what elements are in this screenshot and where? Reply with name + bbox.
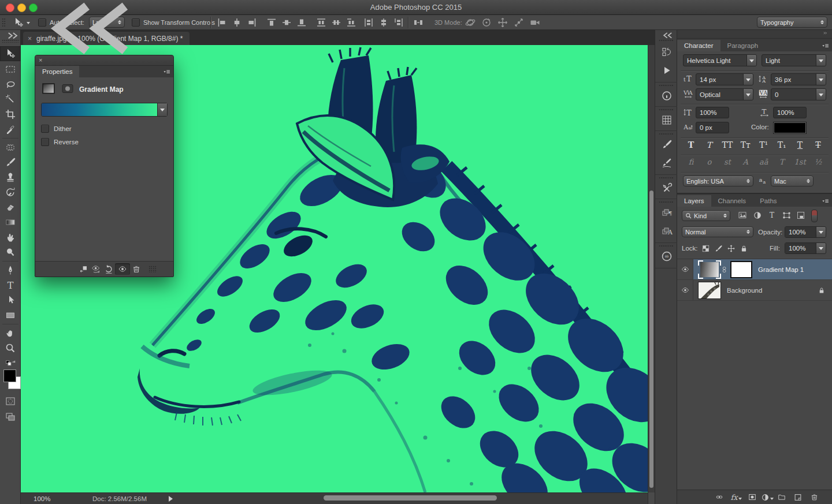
superscript-button[interactable]: T¹: [757, 140, 771, 150]
vertical-scale-field[interactable]: 100%: [696, 107, 729, 118]
filter-shape-icon[interactable]: [780, 210, 793, 221]
gradient-preview[interactable]: [42, 103, 157, 116]
zoom-level[interactable]: 100%: [34, 495, 50, 502]
tab-character[interactable]: Character: [677, 40, 720, 51]
character-styles-icon[interactable]: A: [659, 223, 674, 239]
distribute-top-edges-button[interactable]: [314, 16, 328, 29]
collapse-dock-icon[interactable]: [820, 32, 830, 37]
discretionary-ligatures-button[interactable]: st: [720, 158, 734, 166]
align-vertical-centers-button[interactable]: [280, 16, 294, 29]
hand-tool[interactable]: [0, 326, 21, 341]
titling-alternates-button[interactable]: T: [775, 158, 789, 166]
subscript-button[interactable]: T₁: [775, 140, 789, 150]
layer-filter-dropdown[interactable]: Kind: [682, 210, 730, 221]
dodge-tool[interactable]: [0, 245, 21, 260]
rotate-3d-icon[interactable]: [463, 16, 477, 29]
baseline-shift-field[interactable]: 0 px: [696, 122, 729, 133]
ordinals-button[interactable]: 1st: [793, 158, 807, 166]
tab-paths[interactable]: Paths: [753, 195, 783, 207]
all-caps-button[interactable]: TT: [720, 140, 734, 150]
layer-thumbnail[interactable]: [698, 282, 721, 299]
eyedropper-tool[interactable]: [0, 122, 21, 137]
horizontal-scale-field[interactable]: 100%: [773, 107, 807, 118]
gradient-picker[interactable]: [41, 103, 168, 117]
fill-field[interactable]: 100%: [785, 242, 826, 254]
faux-italic-button[interactable]: T: [702, 140, 716, 150]
align-bottom-edges-button[interactable]: [295, 16, 309, 29]
foreground-color-swatch[interactable]: [3, 369, 16, 382]
new-layer-icon[interactable]: [792, 491, 804, 503]
clone-stamp-tool[interactable]: [0, 170, 21, 185]
properties-panel-header[interactable]: ×: [35, 55, 173, 66]
tab-channels[interactable]: Channels: [711, 195, 753, 207]
screen-mode-button[interactable]: [0, 409, 21, 424]
opacity-field[interactable]: 100%: [785, 226, 826, 238]
text-color-swatch[interactable]: [773, 122, 807, 134]
marquee-tool[interactable]: [0, 62, 21, 77]
dock-grip[interactable]: [659, 245, 674, 248]
delete-layer-icon[interactable]: [808, 491, 820, 503]
resize-grip[interactable]: [148, 266, 157, 272]
gradient-dropdown-icon[interactable]: [157, 103, 167, 116]
align-right-edges-button[interactable]: [245, 16, 259, 29]
dock-grip[interactable]: [659, 133, 674, 136]
lock-position-icon[interactable]: [725, 243, 737, 253]
view-previous-state-icon[interactable]: [90, 263, 102, 275]
options-bar-grip[interactable]: [2, 18, 6, 27]
kerning-dropdown[interactable]: Optical: [696, 88, 753, 100]
swash-button[interactable]: A: [738, 158, 752, 166]
lock-paint-icon[interactable]: [712, 243, 725, 253]
info-icon[interactable]: [659, 88, 674, 104]
align-left-edges-button[interactable]: [215, 16, 229, 29]
distribute-right-edges-button[interactable]: [392, 16, 406, 29]
layer-mask-thumbnail[interactable]: [730, 261, 752, 278]
panel-menu-icon[interactable]: [161, 68, 173, 77]
roll-3d-icon[interactable]: [480, 16, 493, 29]
link-layers-icon[interactable]: [713, 491, 726, 503]
filter-type-icon[interactable]: T: [766, 210, 778, 221]
crop-tool[interactable]: [0, 107, 21, 122]
distribute-left-edges-button[interactable]: [362, 16, 376, 29]
font-style-dropdown[interactable]: Light: [762, 54, 826, 66]
fractions-button[interactable]: ½: [811, 158, 825, 166]
history-brush-tool[interactable]: [0, 185, 21, 200]
vertical-scrollbar[interactable]: [648, 45, 655, 492]
export-status-icon[interactable]: [61, 494, 235, 504]
workspace-dropdown[interactable]: Typography: [757, 17, 827, 28]
brush-tool[interactable]: [0, 155, 21, 170]
layer-row-gradient-map[interactable]: Gradient Map 1: [677, 259, 832, 280]
font-size-dropdown[interactable]: 14 px: [696, 73, 753, 85]
tool-preset-caret-icon[interactable]: [27, 22, 30, 26]
libraries-icon[interactable]: ∞: [659, 248, 674, 264]
mask-link-icon[interactable]: [722, 264, 729, 275]
font-family-dropdown[interactable]: Helvetica Light: [683, 54, 757, 66]
align-horizontal-centers-button[interactable]: [230, 16, 244, 29]
type-tool[interactable]: T: [0, 278, 21, 293]
lock-transparency-icon[interactable]: [699, 243, 712, 253]
leading-dropdown[interactable]: 36 px: [771, 73, 826, 85]
underline-button[interactable]: T: [793, 140, 807, 150]
adjustment-layer-icon[interactable]: [761, 491, 774, 503]
layer-group-icon[interactable]: [775, 491, 788, 503]
tracking-dropdown[interactable]: 0: [771, 88, 826, 100]
tab-properties[interactable]: Properties: [35, 66, 79, 77]
doc-size-status[interactable]: Doc: 2.56M/2.56M: [92, 495, 147, 502]
tool-presets-icon[interactable]: [659, 180, 674, 196]
eraser-tool[interactable]: [0, 200, 21, 215]
magic-wand-tool[interactable]: [0, 92, 21, 107]
camera-3d-icon[interactable]: [528, 16, 542, 29]
healing-tool[interactable]: [0, 140, 21, 155]
smudge-tool[interactable]: [0, 230, 21, 245]
distribute-bottom-edges-button[interactable]: [344, 16, 358, 29]
paragraph-styles-icon[interactable]: ¶: [659, 204, 674, 221]
layer-style-icon[interactable]: fx: [730, 491, 742, 503]
filter-adjustment-icon[interactable]: [751, 210, 764, 221]
language-dropdown[interactable]: English: USA: [683, 176, 753, 186]
layer-visibility-toggle[interactable]: [677, 280, 693, 300]
align-top-edges-button[interactable]: [265, 16, 278, 29]
layer-mask-icon[interactable]: [746, 491, 759, 503]
move-tool-icon[interactable]: [12, 16, 25, 29]
distribute-spacing-button[interactable]: [411, 16, 425, 29]
layer-name[interactable]: Gradient Map 1: [758, 266, 804, 273]
filter-image-icon[interactable]: [736, 210, 749, 221]
